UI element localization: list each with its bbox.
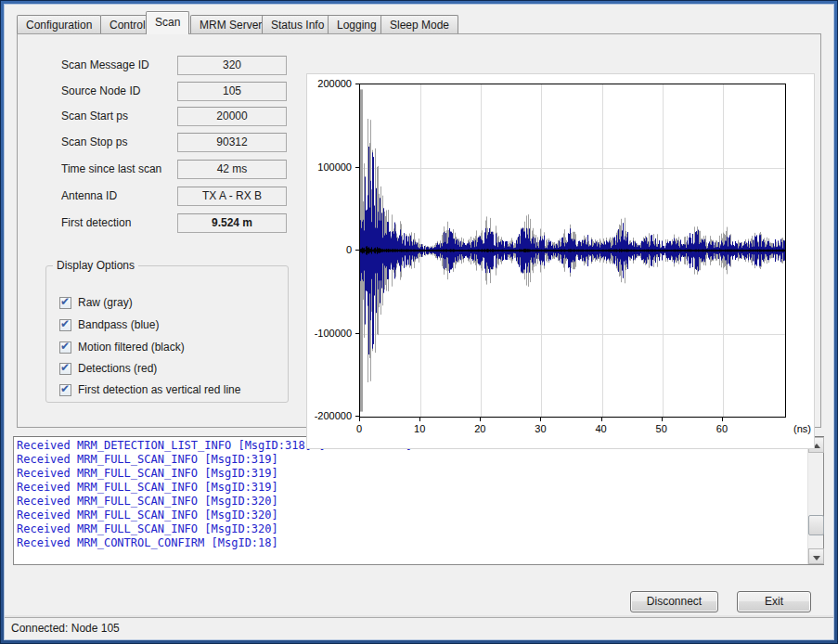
log-line: Received MRM_FULL_SCAN_INFO [MsgID:319] <box>17 467 805 481</box>
detections-checkbox[interactable]: ✔ <box>59 363 71 375</box>
window-content: Configuration Control Scan MRM Server St… <box>5 5 833 639</box>
tab-logging[interactable]: Logging <box>328 15 386 34</box>
y-tick-label: 0 <box>307 244 352 256</box>
x-tick-label: 40 <box>586 423 617 434</box>
disconnect-button[interactable]: Disconnect <box>630 591 718 612</box>
antenna-id-value[interactable]: TX A - RX B <box>177 187 287 206</box>
checkmark-icon: ✔ <box>60 295 70 308</box>
scan-message-id-value[interactable]: 320 <box>177 56 287 75</box>
motion-filtered-checkbox[interactable]: ✔ <box>59 341 71 354</box>
x-tickmark <box>540 418 541 421</box>
y-tickmark <box>355 416 359 417</box>
checkbox-row-raw[interactable]: ✔ Raw (gray) <box>59 293 133 312</box>
checkmark-icon: ✔ <box>60 361 70 374</box>
log-line: Received MRM_CONTROL_CONFIRM [MsgID:18] <box>17 536 805 550</box>
x-tick-label: 50 <box>646 423 677 434</box>
checkbox-row-bandpass[interactable]: ✔ Bandpass (blue) <box>59 316 159 334</box>
checkbox-row-detections[interactable]: ✔ Detections (red) <box>59 359 157 378</box>
y-tickmark <box>355 167 359 168</box>
checkbox-row-first-detection-line[interactable]: ✔ First detection as vertical red line <box>59 380 240 399</box>
tab-scan[interactable]: Scan <box>146 11 189 34</box>
scrollbar-thumb[interactable] <box>808 515 824 535</box>
arrow-down-icon <box>813 556 820 560</box>
x-tickmark <box>419 418 420 421</box>
time-since-last-scan-label: Time since last scan <box>61 160 182 179</box>
x-tick-label: 20 <box>464 423 496 434</box>
y-tick-label: 200000 <box>307 78 352 90</box>
x-tickmark <box>662 418 663 421</box>
scan-start-value[interactable]: 20000 <box>177 107 287 126</box>
first-detection-line-checkbox-label: First detection as vertical red line <box>78 383 240 396</box>
bandpass-checkbox[interactable]: ✔ <box>59 319 71 331</box>
scan-message-id-label: Scan Message ID <box>61 56 182 75</box>
first-detection-line-checkbox[interactable]: ✔ <box>59 384 71 396</box>
log-line: Received MRM_FULL_SCAN_INFO [MsgID:319] <box>17 453 805 467</box>
waveform-plot <box>359 84 786 418</box>
checkmark-icon: ✔ <box>60 382 70 395</box>
motion-filtered-checkbox-label: Motion filtered (black) <box>78 341 185 354</box>
log-line: Received MRM_FULL_SCAN_INFO [MsgID:319] <box>17 481 805 495</box>
y-tick-label: 100000 <box>307 161 352 174</box>
tab-mrm-server[interactable]: MRM Server <box>190 15 271 34</box>
checkbox-row-motion-filtered[interactable]: ✔ Motion filtered (black) <box>59 338 185 356</box>
y-tickmark <box>355 250 359 251</box>
detections-checkbox-label: Detections (red) <box>78 362 157 375</box>
exit-button[interactable]: Exit <box>737 591 811 612</box>
first-detection-label: First detection <box>61 213 182 233</box>
first-detection-value[interactable]: 9.524 m <box>177 213 287 233</box>
connection-status-text: Connected: Node 105 <box>11 622 120 635</box>
tab-sleep-mode[interactable]: Sleep Mode <box>380 15 458 34</box>
scan-waveform-panel: 2000001000000-100000-200000 010203040506… <box>306 73 815 449</box>
y-tick-label: -200000 <box>307 410 352 422</box>
scroll-down-button[interactable] <box>808 548 824 564</box>
bandpass-checkbox-label: Bandpass (blue) <box>78 318 159 331</box>
tab-configuration[interactable]: Configuration <box>17 15 101 34</box>
scan-stop-label: Scan Stop ps <box>61 133 182 152</box>
antenna-id-label: Antenna ID <box>61 187 182 206</box>
scan-tab-page: Scan Message ID 320 Source Node ID 105 S… <box>17 33 821 428</box>
scan-stop-value[interactable]: 90312 <box>177 133 287 152</box>
time-since-last-scan-value[interactable]: 42 ms <box>177 160 287 179</box>
x-tickmark <box>722 418 723 421</box>
x-tickmark <box>359 418 360 421</box>
x-tick-label: 30 <box>524 423 556 434</box>
checkmark-icon: ✔ <box>60 317 70 330</box>
y-tickmark <box>355 333 359 334</box>
source-node-id-value[interactable]: 105 <box>177 82 287 101</box>
log-scrollbar[interactable] <box>807 437 823 564</box>
x-axis-labels: 0102030405060 <box>307 423 816 436</box>
x-tick-label: 0 <box>343 423 375 434</box>
log-line: Received MRM_FULL_SCAN_INFO [MsgID:320] <box>17 509 805 522</box>
x-tickmark <box>480 418 481 421</box>
raw-checkbox[interactable]: ✔ <box>59 297 71 309</box>
y-tickmark <box>355 84 359 84</box>
display-options-group: Display Options ✔ Raw (gray) ✔ Bandpass … <box>45 265 289 403</box>
source-node-id-label: Source Node ID <box>61 82 182 101</box>
checkmark-icon: ✔ <box>60 340 70 353</box>
app-window: Configuration Control Scan MRM Server St… <box>0 0 838 644</box>
tab-status-info[interactable]: Status Info <box>262 15 333 34</box>
y-tick-label: -100000 <box>307 328 352 340</box>
x-tick-label: 10 <box>404 423 435 434</box>
status-bar: Connected: Node 105 <box>5 617 833 639</box>
log-line: Received MRM_FULL_SCAN_INFO [MsgID:320] <box>17 522 805 536</box>
y-axis-labels: 2000001000000-100000-200000 <box>307 74 355 450</box>
message-log[interactable]: Received MRM_DETECTION_LIST_INFO [MsgID:… <box>13 436 824 565</box>
raw-checkbox-label: Raw (gray) <box>78 296 133 309</box>
scan-start-label: Scan Start ps <box>61 107 182 126</box>
log-line: Received MRM_FULL_SCAN_INFO [MsgID:320] <box>17 495 805 509</box>
x-tickmark <box>601 418 602 421</box>
display-options-title: Display Options <box>53 259 138 272</box>
waveform-svg <box>360 84 785 417</box>
log-lines: Received MRM_DETECTION_LIST_INFO [MsgID:… <box>17 439 805 562</box>
x-axis-unit-label: (ns) <box>793 423 811 434</box>
x-tick-label: 60 <box>706 423 738 434</box>
